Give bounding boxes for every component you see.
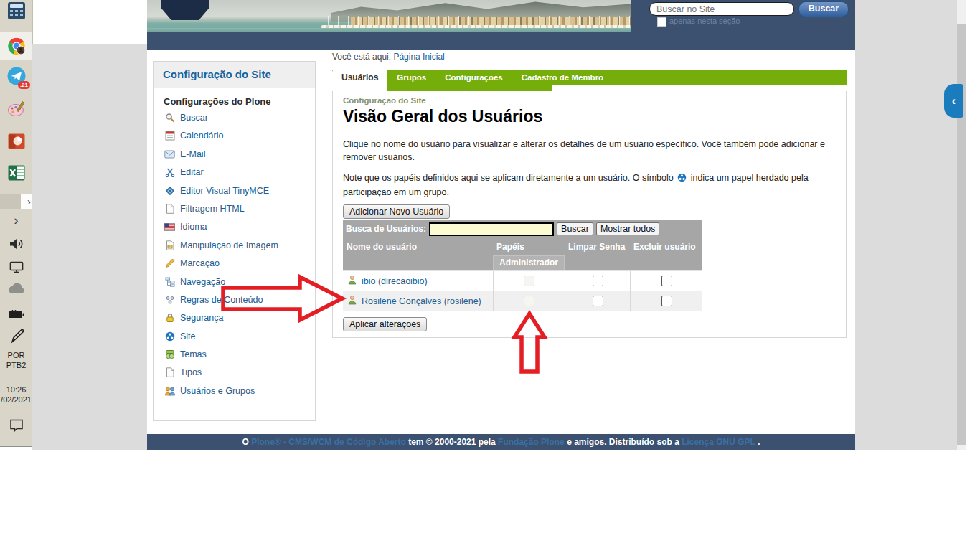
sidebar-item-tipos[interactable]: Tipos [164,367,309,377]
apply-changes-button[interactable]: Aplicar alterações [343,317,427,331]
site-search-button[interactable]: Buscar [798,1,849,17]
sidebar-item-regras-de-conteudo[interactable]: Regras de Conteúdo [164,295,309,305]
taskbar-clock[interactable]: 10:26 /02/2021 [0,385,32,405]
show-all-users-button[interactable]: Mostrar todos [596,222,659,235]
sidebar-item-e-mail[interactable]: E-Mail [164,149,309,159]
col-reset-password: Limpar Senha [565,242,630,252]
content-rules-icon [164,295,176,305]
pen-icon[interactable] [0,327,32,344]
person-icon [347,275,357,287]
sidebar-item-site[interactable]: Site [164,331,309,342]
cloud-icon[interactable] [0,281,32,296]
calculator-icon[interactable] [0,1,32,20]
plone-icon [164,331,176,342]
site-setup-portlet: Configuração do Site Configurações do Pl… [153,61,316,421]
volume-icon[interactable] [0,235,32,253]
sidebar-item-label: Segurança [180,313,223,323]
windows-taskbar: .21›› POR PTB2 10:26 /02/2021 [0,0,33,447]
tab-usuarios[interactable]: Usuários [332,70,387,91]
sidebar-item-marcacao[interactable]: Marcação [164,258,309,268]
powerpoint-icon[interactable] [0,132,32,151]
portlet-title: Configuração do Site [154,62,315,88]
search-section-checkbox[interactable] [657,17,666,27]
user-link[interactable]: ibio (direcaoibio) [362,276,428,286]
tab-grupos[interactable]: Grupos [387,70,435,85]
battery-icon[interactable] [0,304,32,323]
sidebar-item-manipulacao-de-imagem[interactable]: Manipulação de Imagem [164,240,309,250]
users-icon [164,386,176,396]
search-small-icon [164,113,176,123]
language-indicator[interactable]: POR PTB2 [0,350,32,370]
sidebar-item-label: Calendário [180,131,223,141]
user-row: ibio (direcaoibio) [343,270,702,291]
footer-link[interactable]: Plone® - CMS/WCM de Código Aberto [251,437,406,447]
chevron-right-icon[interactable]: › [0,214,32,227]
site-banner-photo [147,0,631,32]
browser-side-panel-handle[interactable]: ‹ [944,84,963,118]
user-link[interactable]: Rosilene Gonçalves (rosilene) [362,296,481,306]
users-table-header: Nome do usuário Papéis Limpar Senha Excl… [343,237,702,255]
sidebar-item-temas[interactable]: Temas [164,349,309,359]
sidebar-item-usuarios-e-grupos[interactable]: Usuários e Grupos [164,386,309,396]
tab-configuracoes[interactable]: Configurações [435,70,512,85]
search-section-checkbox-label: apenas nesta seção [669,17,740,25]
parent-section-link[interactable]: Configuração do Site [343,96,426,105]
sidebar-item-label: E-Mail [180,149,205,159]
remove-user-checkbox[interactable] [661,296,672,306]
breadcrumb-home-link[interactable]: Página Inicial [393,52,444,62]
sidebar-item-label: Idioma [180,222,207,232]
remove-user-checkbox[interactable] [661,276,672,286]
sidebar-item-editor-visual-tinymce[interactable]: Editor Visual TinyMCE [164,186,309,196]
chrome-icon[interactable] [0,32,32,60]
site-search-input[interactable] [649,2,794,16]
users-table-rows: ibio (direcaoibio)Rosilene Gonçalves (ro… [343,270,702,311]
scissors-icon [164,167,176,177]
banner-water [147,28,631,32]
reset-password-checkbox[interactable] [593,296,603,306]
administrator-role-checkbox[interactable] [524,296,534,306]
site-header: Buscar apenas nesta seção [147,0,855,50]
user-search-input[interactable] [429,222,554,236]
user-row: Rosilene Gonçalves (rosilene) [343,291,702,311]
sidebar-item-label: Editor Visual TinyMCE [180,186,269,196]
main-content: Configuração do Site Visão Geral dos Usu… [332,91,847,338]
reset-password-checkbox[interactable] [593,276,603,286]
notification-center-icon[interactable] [0,418,32,433]
person-icon [347,295,357,307]
page-left-margin [32,44,147,450]
cast-icon[interactable] [0,258,32,276]
excel-icon[interactable] [0,164,32,182]
sidebar-item-navegacao[interactable]: Navegação [164,277,309,287]
overflow-chevron-icon[interactable]: › [0,194,32,209]
telegram-icon[interactable]: .21 [0,66,32,86]
users-table: Busca de Usuários: Buscar Mostrar todos … [343,220,702,311]
sidebar-item-seguranca[interactable]: Segurança [164,313,309,323]
col-roles: Papéis [493,242,565,252]
sidebar-item-editar[interactable]: Editar [164,167,309,177]
unread-badge: .21 [18,81,30,89]
sidebar-item-idioma[interactable]: Idioma [164,222,309,232]
tinymce-icon [164,186,176,196]
sidebar-item-label: Buscar [180,113,208,123]
intro-paragraph-1: Clique no nome do usuário para visualiza… [343,138,845,164]
site-footer: O Plone® - CMS/WCM de Código Aberto tem … [147,434,855,450]
paint-icon[interactable] [0,99,32,119]
sidebar-item-label: Navegação [180,277,225,287]
add-new-user-button[interactable]: Adicionar Novo Usuário [343,204,450,219]
footer-link[interactable]: Licença GNU GPL [682,437,755,447]
tab-cadastro-de-membro[interactable]: Cadastro de Membro [512,70,613,85]
sidebar-item-label: Usuários e Grupos [180,386,255,396]
sidebar-item-buscar[interactable]: Buscar [164,113,309,123]
footer-text: e amigos. Distribuído sob a [565,437,682,447]
sidebar-item-calendario[interactable]: Calendário [164,131,309,141]
footer-link[interactable]: Fundação Plone [498,437,565,447]
sidebar-item-filtragem-html[interactable]: Filtragem HTML [164,204,309,214]
email-icon [164,150,176,159]
intro2-before: Note que os papéis definidos aqui se apl… [343,173,674,183]
lock-icon [164,313,176,323]
user-search-button[interactable]: Buscar [557,222,593,235]
page-title: Visão Geral dos Usuários [343,107,542,126]
administrator-role-checkbox[interactable] [524,276,534,286]
document-icon [164,367,176,377]
sidebar-item-label: Tipos [180,367,202,377]
